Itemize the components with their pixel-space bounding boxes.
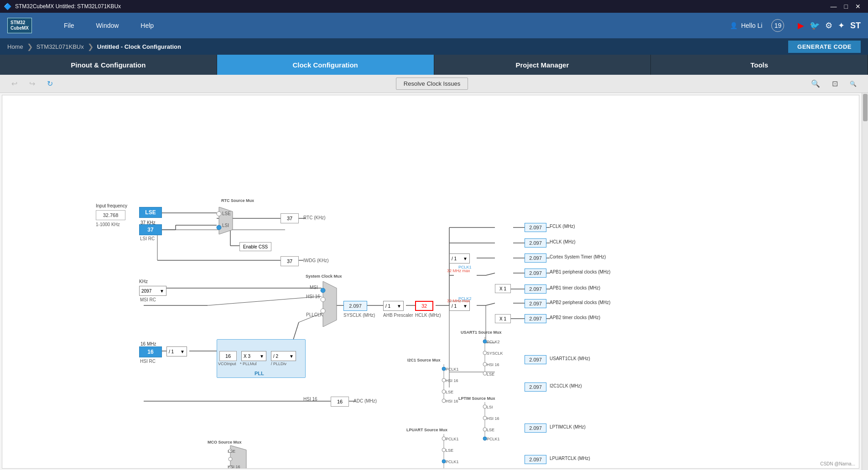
apb2-tim-value[interactable]: 2.097 <box>525 314 546 323</box>
zoom-in-button[interactable]: 🔍 <box>807 77 824 90</box>
main-content: Input frequency 32.768 1-1000 KHz LSE 37… <box>0 93 868 470</box>
cortex-label: Cortex System Timer (MHz) <box>550 254 606 259</box>
sysclk-value-box[interactable]: 2.097 <box>343 301 367 311</box>
hclk-div[interactable]: / 1 ▼ <box>449 253 470 263</box>
apb1-tim-value[interactable]: 2.097 <box>525 284 546 294</box>
menu-file[interactable]: File <box>53 13 85 38</box>
pll-div-dropdown[interactable]: / 2 ▼ <box>271 351 296 361</box>
apb1-per-label: APB1 peripheral clocks (MHz) <box>550 269 610 274</box>
msi-value: 2097 <box>141 289 151 294</box>
msi-dropdown[interactable]: 2097 ▼ <box>139 286 166 296</box>
undo-button[interactable]: ↩ <box>7 77 21 90</box>
hsi-mhz-label: 16 MHz <box>140 341 156 346</box>
bc-page[interactable]: Untitled - Clock Configuration <box>97 43 181 50</box>
generate-code-button[interactable]: GENERATE CODE <box>788 41 861 53</box>
bc-device[interactable]: STM32L071KBUx <box>36 43 84 50</box>
user-area: 👤 Hello Li <box>730 22 763 29</box>
tab-project[interactable]: Project Manager <box>434 55 651 75</box>
hsi-box[interactable]: 16 <box>139 346 162 357</box>
app-icon: 🔷 <box>4 3 11 10</box>
adc-value-box[interactable]: 16 <box>331 397 349 407</box>
sysclk-mux-shape <box>318 281 341 327</box>
menu-help[interactable]: Help <box>130 13 165 38</box>
scrollbar-right[interactable] <box>862 93 868 470</box>
svg-point-82 <box>442 448 446 452</box>
tab-clock[interactable]: Clock Configuration <box>217 55 434 75</box>
x1-apb2: X 1 <box>495 314 511 323</box>
apb2-tim-label: APB2 timer clocks (MHz) <box>550 315 600 320</box>
svg-line-28 <box>486 273 495 275</box>
refresh-button[interactable]: ↻ <box>43 77 57 90</box>
titlebar: 🔷 STM32CubeMX Untitled: STM32L071KBUx — … <box>0 0 868 13</box>
user-icon: 👤 <box>730 22 738 29</box>
hclk-label: HCLK (MHz) <box>415 313 441 318</box>
lsi-box[interactable]: 37 <box>139 224 162 235</box>
tab-pinout[interactable]: Pinout & Configuration <box>0 55 217 75</box>
maximize-button[interactable]: □ <box>841 2 852 11</box>
menu-window[interactable]: Window <box>85 13 130 38</box>
github-icon[interactable]: ⚙ <box>825 21 832 31</box>
scrollbar-thumb[interactable] <box>863 94 868 121</box>
redo-button[interactable]: ↪ <box>25 77 39 90</box>
twitter-icon[interactable]: 🐦 <box>810 21 820 31</box>
st-icon[interactable]: ST <box>850 21 861 31</box>
user-name: Hello Li <box>741 22 763 29</box>
svg-point-87 <box>229 457 232 461</box>
hclk-value-box[interactable]: 32 <box>415 301 433 311</box>
enable-css-box[interactable]: Enable CSS <box>239 242 271 251</box>
svg-point-71 <box>442 367 446 371</box>
minimize-button[interactable]: — <box>827 2 841 11</box>
logo-area: STM32 CubeMX <box>7 18 35 33</box>
x1-apb1: X 1 <box>495 284 511 293</box>
tab-tools[interactable]: Tools <box>651 55 868 75</box>
khz-label: KHz <box>139 279 148 284</box>
hsi-prediv[interactable]: / 1 ▼ <box>166 346 187 356</box>
vco-input-box[interactable]: 16 <box>219 351 237 361</box>
facebook-icon[interactable]: f <box>790 21 792 31</box>
zoom-out-button[interactable]: 🔍 <box>846 78 861 89</box>
hsi16-label: HSI 16 <box>306 294 320 299</box>
close-button[interactable]: ✕ <box>852 2 864 11</box>
svg-point-59 <box>217 212 221 216</box>
svg-point-76 <box>483 405 487 408</box>
svg-point-77 <box>483 416 487 420</box>
apb1-per-value[interactable]: 2.097 <box>525 269 546 278</box>
network-icon[interactable]: ✦ <box>838 21 845 31</box>
input-freq-label: Input frequency <box>96 203 127 208</box>
usart1-value[interactable]: 2.097 <box>525 355 546 364</box>
youtube-icon[interactable]: ▶ <box>798 21 804 31</box>
svg-point-67 <box>483 351 487 355</box>
rtc-value-box[interactable]: 37 <box>281 213 299 223</box>
fit-button[interactable]: ⊡ <box>828 77 842 90</box>
logo-line2: CubeMX <box>10 26 29 31</box>
tabbar: Pinout & Configuration Clock Configurati… <box>0 55 868 75</box>
fclk-value-box[interactable]: 2.097 <box>525 223 546 232</box>
pll-div-label: / PLLDiv <box>271 362 286 366</box>
i2c1-mux-label: I2C1 Source Mux <box>407 358 441 362</box>
resolve-clock-button[interactable]: Resolve Clock Issues <box>396 77 468 90</box>
apb2-per-label: APB2 peripheral clocks (MHz) <box>550 300 610 305</box>
toolbar: ↩ ↪ ↻ Resolve Clock Issues 🔍 ⊡ 🔍 <box>0 75 868 93</box>
input-freq-value[interactable]: 32.768 <box>96 210 125 220</box>
bc-home[interactable]: Home <box>7 43 23 50</box>
apb2-per-value[interactable]: 2.097 <box>525 299 546 308</box>
msi-rc-label: MSI RC <box>140 297 156 302</box>
lptim-value[interactable]: 2.097 <box>525 424 546 433</box>
lse-box[interactable]: LSE <box>139 207 162 218</box>
iwdg-value-box[interactable]: 37 <box>281 256 299 266</box>
pll-mul-dropdown[interactable]: X 3 ▼ <box>241 351 266 361</box>
svg-point-81 <box>442 437 446 440</box>
svg-point-73 <box>442 390 446 393</box>
i2c1-value[interactable]: 2.097 <box>525 382 546 392</box>
ahb-prescaler[interactable]: / 1 ▼ <box>383 301 404 311</box>
pll-div-val: / 2 <box>273 354 278 359</box>
pll-mul-val: X 3 <box>244 354 250 359</box>
iwdg-label: IWDG (KHz) <box>303 258 329 263</box>
svg-line-31 <box>486 303 495 305</box>
logo-line1: STM32 <box>10 20 29 26</box>
svg-point-63 <box>321 297 325 302</box>
cortex-value[interactable]: 2.097 <box>525 253 546 263</box>
lpuart-value[interactable]: 2.097 <box>525 455 546 464</box>
hclk-out-value[interactable]: 2.097 <box>525 238 546 248</box>
svg-point-74 <box>442 399 446 403</box>
